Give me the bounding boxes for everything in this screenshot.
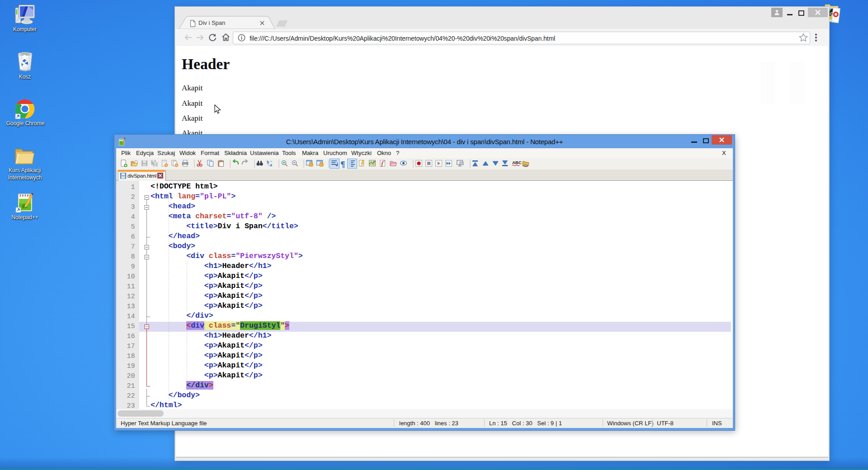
svg-text:¶: ¶ — [340, 160, 345, 169]
svg-text:a: a — [270, 163, 272, 167]
svg-text:ABC: ABC — [512, 160, 522, 165]
svg-text:b: b — [267, 160, 269, 164]
